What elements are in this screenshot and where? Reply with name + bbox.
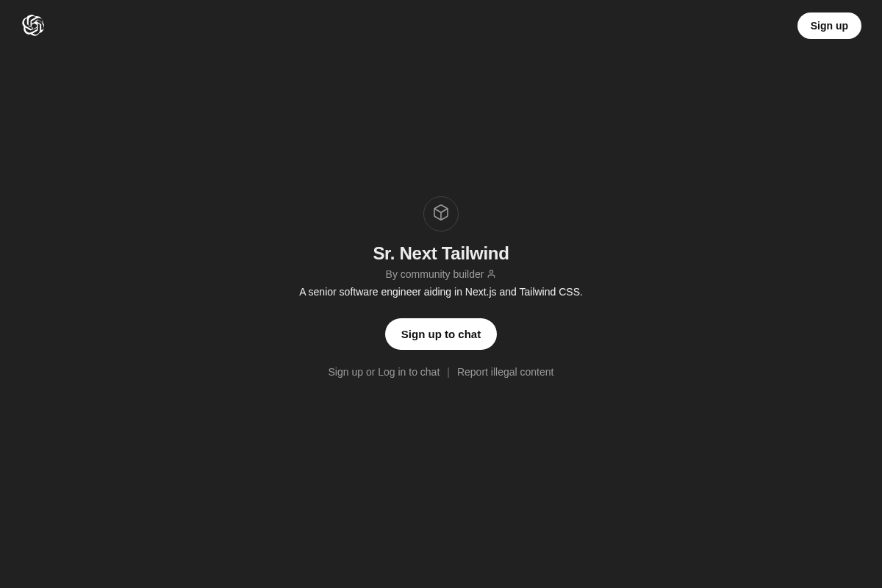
footer-links: Sign up or Log in to chat | Report illeg… (329, 366, 554, 378)
author-line: By community builder (386, 268, 497, 280)
box-icon (432, 204, 450, 224)
gpt-avatar (423, 196, 459, 232)
page-title: Sr. Next Tailwind (373, 243, 509, 264)
login-link[interactable]: Sign up or Log in to chat (329, 366, 440, 378)
divider: | (447, 366, 450, 378)
main-content: Sr. Next Tailwind By community builder A… (0, 0, 882, 588)
svg-point-1 (490, 270, 493, 273)
author-text: By community builder (386, 268, 484, 280)
description-text: A senior software engineer aiding in Nex… (299, 286, 583, 298)
report-link[interactable]: Report illegal content (457, 366, 554, 378)
signup-to-chat-button[interactable]: Sign up to chat (385, 318, 497, 350)
person-icon (487, 269, 496, 279)
